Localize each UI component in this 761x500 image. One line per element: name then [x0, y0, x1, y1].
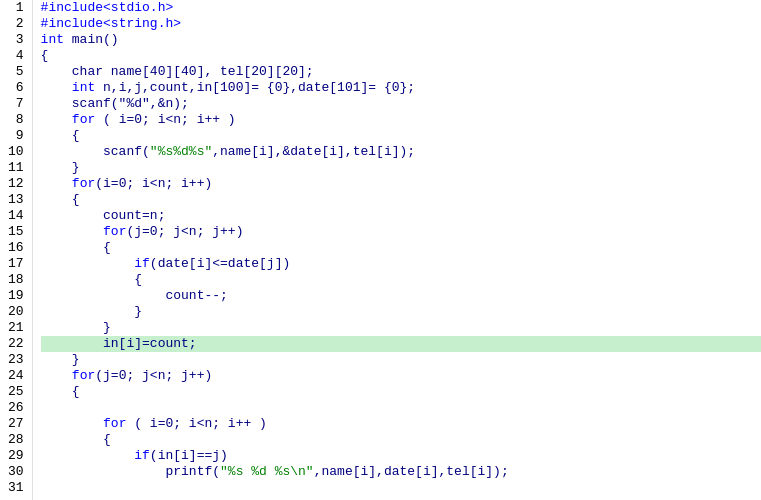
code-token: {	[41, 48, 49, 63]
code-token	[41, 368, 72, 383]
code-token	[41, 448, 135, 463]
code-token: {	[41, 192, 80, 207]
code-line: {	[41, 272, 761, 288]
code-token: }	[41, 352, 80, 367]
line-number: 26	[8, 400, 24, 416]
code-token: <stdio.h>	[103, 0, 173, 15]
code-token: {	[41, 272, 142, 287]
line-number: 30	[8, 464, 24, 480]
code-token: "%s%d%s"	[150, 144, 212, 159]
line-number-gutter: 1234567891011121314151617181920212223242…	[0, 0, 33, 500]
code-token: for	[103, 416, 126, 431]
code-token: }	[41, 304, 142, 319]
code-token: count=n;	[41, 208, 166, 223]
code-token: ,name[i],date[i],tel[i]);	[314, 464, 509, 479]
code-token: n,i,j,count,in[100]= {0},date[101]= {0};	[95, 80, 415, 95]
code-token: for	[72, 368, 95, 383]
code-token: {	[41, 240, 111, 255]
code-line: count--;	[41, 288, 761, 304]
code-token: <string.h>	[103, 16, 181, 31]
line-number: 22	[8, 336, 24, 352]
code-line: int main()	[41, 32, 761, 48]
code-token	[41, 112, 72, 127]
code-token: ,name[i],&date[i],tel[i]);	[212, 144, 415, 159]
line-number: 10	[8, 144, 24, 160]
code-token: int	[72, 80, 95, 95]
code-line: count=n;	[41, 208, 761, 224]
code-editor: 1234567891011121314151617181920212223242…	[0, 0, 761, 500]
code-line: {	[41, 240, 761, 256]
code-line: if(in[i]==j)	[41, 448, 761, 464]
code-line: {	[41, 384, 761, 400]
code-line: for ( i=0; i<n; i++ )	[41, 112, 761, 128]
code-token: }	[41, 320, 111, 335]
code-line: {	[41, 48, 761, 64]
code-token: if	[134, 256, 150, 271]
code-token: {	[41, 128, 80, 143]
line-number: 31	[8, 480, 24, 496]
code-line: }	[41, 352, 761, 368]
code-token: for	[72, 176, 95, 191]
code-line: for ( i=0; i<n; i++ )	[41, 416, 761, 432]
code-token: in[i]=count;	[41, 336, 197, 351]
line-number: 8	[8, 112, 24, 128]
line-number: 28	[8, 432, 24, 448]
code-token: (j=0; j<n; j++)	[126, 224, 243, 239]
line-number: 16	[8, 240, 24, 256]
code-line: in[i]=count;	[41, 336, 761, 352]
code-token: count--;	[41, 288, 228, 303]
code-token	[41, 256, 135, 271]
code-line: {	[41, 432, 761, 448]
line-number: 19	[8, 288, 24, 304]
code-token: for	[103, 224, 126, 239]
code-line: }	[41, 160, 761, 176]
code-token: (i=0; i<n; i++)	[95, 176, 212, 191]
code-token: (in[i]==j)	[150, 448, 228, 463]
code-line	[41, 480, 761, 496]
code-content: #include<stdio.h>#include<string.h>int m…	[33, 0, 761, 500]
line-number: 24	[8, 368, 24, 384]
code-token: (date[i]<=date[j])	[150, 256, 290, 271]
line-number: 23	[8, 352, 24, 368]
code-line: {	[41, 128, 761, 144]
code-token: {	[41, 432, 111, 447]
code-line: for(j=0; j<n; j++)	[41, 224, 761, 240]
line-number: 13	[8, 192, 24, 208]
code-token: scanf("%d",&n);	[41, 96, 189, 111]
code-line: scanf("%s%d%s",name[i],&date[i],tel[i]);	[41, 144, 761, 160]
code-token	[41, 176, 72, 191]
line-number: 15	[8, 224, 24, 240]
line-number: 2	[8, 16, 24, 32]
code-line: #include<string.h>	[41, 16, 761, 32]
code-token: "%s %d %s\n"	[220, 464, 314, 479]
code-token: #include	[41, 16, 103, 31]
code-token	[41, 416, 103, 431]
code-line: printf("%s %d %s\n",name[i],date[i],tel[…	[41, 464, 761, 480]
line-number: 21	[8, 320, 24, 336]
code-token: scanf(	[41, 144, 150, 159]
code-line: for(j=0; j<n; j++)	[41, 368, 761, 384]
code-token: for	[72, 112, 95, 127]
code-line	[41, 400, 761, 416]
code-line: for(i=0; i<n; i++)	[41, 176, 761, 192]
code-token: (j=0; j<n; j++)	[95, 368, 212, 383]
line-number: 29	[8, 448, 24, 464]
line-number: 20	[8, 304, 24, 320]
code-line: }	[41, 304, 761, 320]
line-number: 6	[8, 80, 24, 96]
code-token: int	[41, 32, 64, 47]
code-line: int n,i,j,count,in[100]= {0},date[101]= …	[41, 80, 761, 96]
line-number: 17	[8, 256, 24, 272]
code-token: ( i=0; i<n; i++ )	[95, 112, 235, 127]
line-number: 4	[8, 48, 24, 64]
line-number: 18	[8, 272, 24, 288]
line-number: 11	[8, 160, 24, 176]
line-number: 14	[8, 208, 24, 224]
code-line: {	[41, 192, 761, 208]
code-line: #include<stdio.h>	[41, 0, 761, 16]
line-number: 7	[8, 96, 24, 112]
line-number: 12	[8, 176, 24, 192]
line-number: 27	[8, 416, 24, 432]
line-number: 5	[8, 64, 24, 80]
line-number: 1	[8, 0, 24, 16]
